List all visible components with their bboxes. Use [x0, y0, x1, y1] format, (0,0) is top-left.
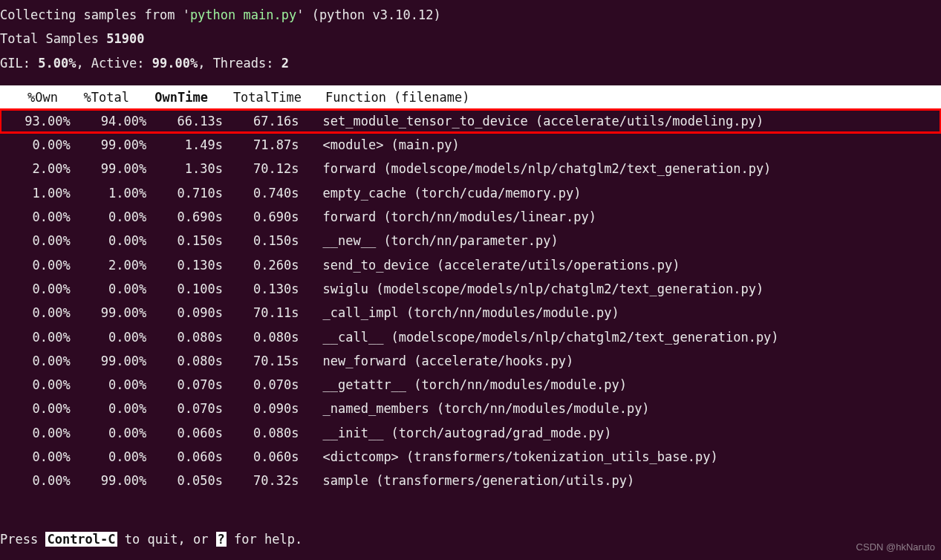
cell-own-time: 1.30s: [152, 157, 229, 180]
cell-own-time: 66.13s: [152, 109, 229, 133]
cell-own-time: 0.710s: [152, 181, 229, 205]
table-row: 2.00%99.00%1.30s70.12sforward (modelscop…: [0, 157, 941, 180]
cell-own-pct: 2.00%: [0, 157, 76, 180]
cell-own-pct: 0.00%: [0, 445, 76, 469]
cell-total-pct: 99.00%: [76, 349, 153, 373]
total-samples-line: Total Samples 51900: [0, 27, 941, 51]
cell-own-time: 0.050s: [152, 469, 229, 492]
cell-total-time: 70.32s: [229, 469, 305, 492]
cell-total-time: 70.11s: [229, 301, 305, 325]
cell-func: __init__ (torch/autograd/grad_mode.py): [305, 421, 942, 445]
cell-total-time: 0.690s: [229, 205, 305, 229]
col-total-pct: %Total: [64, 85, 135, 109]
cell-total-time: 0.130s: [229, 277, 305, 301]
cell-func: <module> (main.py): [305, 133, 942, 157]
cell-total-pct: 99.00%: [76, 301, 153, 325]
cell-total-pct: 2.00%: [76, 253, 153, 277]
cell-total-time: 0.080s: [229, 325, 305, 349]
cell-own-pct: 0.00%: [0, 469, 76, 492]
active-label: , Active:: [76, 56, 152, 71]
cell-func: sample (transformers/generation/utils.py…: [305, 469, 942, 492]
cell-own-pct: 0.00%: [0, 205, 76, 229]
cell-total-pct: 99.00%: [76, 133, 153, 157]
total-label: Total Samples: [0, 31, 106, 46]
cell-total-time: 0.740s: [229, 181, 305, 205]
cell-own-pct: 0.00%: [0, 229, 76, 253]
cell-own-pct: 0.00%: [0, 301, 76, 325]
table-row: 0.00%99.00%0.090s70.11s_call_impl (torch…: [0, 301, 941, 325]
total-value: 51900: [106, 31, 144, 46]
table-row: 93.00%94.00%66.13s67.16sset_module_tenso…: [0, 109, 941, 133]
cell-func: new_forward (accelerate/hooks.py): [305, 349, 942, 373]
collecting-line: Collecting samples from 'python main.py'…: [0, 3, 941, 27]
cell-total-time: 70.15s: [229, 349, 305, 373]
cell-func: empty_cache (torch/cuda/memory.py): [305, 181, 942, 205]
cell-func: __new__ (torch/nn/parameter.py): [305, 229, 942, 253]
cell-own-time: 0.060s: [152, 421, 229, 445]
cell-own-pct: 0.00%: [0, 277, 76, 301]
col-function: Function (filename): [307, 85, 941, 109]
cell-func: swiglu (modelscope/models/nlp/chatglm2/t…: [305, 277, 942, 301]
cell-total-time: 71.87s: [229, 133, 305, 157]
table-row: 0.00%0.00%0.060s0.080s__init__ (torch/au…: [0, 421, 941, 445]
cell-total-pct: 0.00%: [76, 373, 153, 397]
cell-own-time: 0.080s: [152, 349, 229, 373]
col-own-pct: %Own: [0, 85, 64, 109]
cell-total-pct: 0.00%: [76, 325, 153, 349]
cell-own-pct: 0.00%: [0, 253, 76, 277]
cell-total-pct: 0.00%: [76, 445, 153, 469]
cell-own-pct: 0.00%: [0, 421, 76, 445]
key-help: ?: [216, 532, 227, 547]
cell-total-pct: 0.00%: [76, 397, 153, 420]
profile-table: 93.00%94.00%66.13s67.16sset_module_tenso…: [0, 109, 941, 493]
cell-own-time: 0.090s: [152, 301, 229, 325]
cell-own-pct: 93.00%: [0, 109, 76, 133]
threads-label: , Threads:: [198, 56, 281, 71]
cell-own-time: 0.100s: [152, 277, 229, 301]
table-row: 0.00%0.00%0.100s0.130sswiglu (modelscope…: [0, 277, 941, 301]
cell-total-pct: 0.00%: [76, 229, 153, 253]
table-row: 0.00%0.00%0.150s0.150s__new__ (torch/nn/…: [0, 229, 941, 253]
cell-total-pct: 99.00%: [76, 469, 153, 492]
cell-own-time: 1.49s: [152, 133, 229, 157]
cell-func: <dictcomp> (transformers/tokenization_ut…: [305, 445, 942, 469]
col-own-time: OwnTime: [135, 85, 214, 109]
cell-func: _named_members (torch/nn/modules/module.…: [305, 397, 942, 420]
cell-total-pct: 0.00%: [76, 205, 153, 229]
cell-total-time: 0.150s: [229, 229, 305, 253]
cell-func: send_to_device (accelerate/utils/operati…: [305, 253, 942, 277]
table-row: 0.00%0.00%0.080s0.080s__call__ (modelsco…: [0, 325, 941, 349]
cell-total-time: 0.060s: [229, 445, 305, 469]
cell-total-time: 0.090s: [229, 397, 305, 420]
cell-own-pct: 0.00%: [0, 397, 76, 420]
collect-suffix: ' (python v3.10.12): [296, 7, 440, 22]
cell-total-pct: 99.00%: [76, 157, 153, 180]
cell-func: _call_impl (torch/nn/modules/module.py): [305, 301, 942, 325]
cell-func: __getattr__ (torch/nn/modules/module.py): [305, 373, 942, 397]
col-total-time: TotalTime: [214, 85, 307, 109]
stats-line: GIL: 5.00%, Active: 99.00%, Threads: 2: [0, 51, 941, 75]
cell-total-pct: 0.00%: [76, 277, 153, 301]
cell-func: set_module_tensor_to_device (accelerate/…: [305, 109, 942, 133]
table-row: 0.00%99.00%0.080s70.15snew_forward (acce…: [0, 349, 941, 373]
cell-total-pct: 94.00%: [76, 109, 153, 133]
cell-own-pct: 0.00%: [0, 349, 76, 373]
cell-own-pct: 1.00%: [0, 181, 76, 205]
threads-value: 2: [281, 56, 289, 71]
cell-total-time: 0.080s: [229, 421, 305, 445]
footer-press: Press: [0, 532, 45, 547]
watermark: CSDN @hkNaruto: [856, 538, 935, 557]
column-header: %Own %Total OwnTime TotalTime Function (…: [0, 85, 941, 109]
cell-own-time: 0.080s: [152, 325, 229, 349]
gil-value: 5.00%: [38, 56, 76, 71]
cell-own-pct: 0.00%: [0, 325, 76, 349]
gil-label: GIL:: [0, 56, 38, 71]
cell-own-pct: 0.00%: [0, 133, 76, 157]
cell-own-time: 0.130s: [152, 253, 229, 277]
table-row: 0.00%99.00%0.050s70.32ssample (transform…: [0, 469, 941, 492]
cell-total-pct: 1.00%: [76, 181, 153, 205]
footer-help: Press Control-C to quit, or ? for help.: [0, 527, 302, 551]
footer-end: for help.: [227, 532, 302, 547]
cell-own-time: 0.150s: [152, 229, 229, 253]
footer-mid: to quit, or: [117, 532, 216, 547]
